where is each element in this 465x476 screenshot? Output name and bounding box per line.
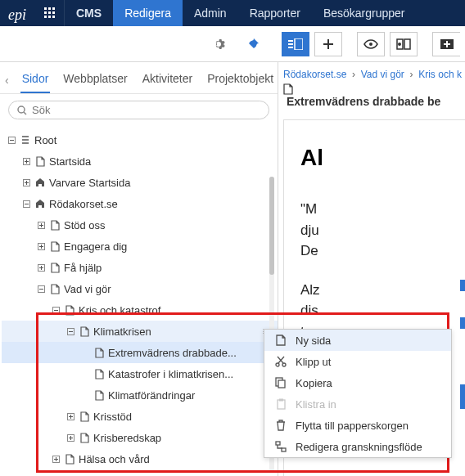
nav-rapporter[interactable]: Rapporter <box>238 0 312 26</box>
svg-rect-65 <box>276 442 280 445</box>
ctx-ny-sida[interactable]: Ny sida <box>264 330 451 351</box>
tree-row[interactable]: Rödakorset.se <box>2 193 278 214</box>
tree-row[interactable]: Startsida <box>2 150 278 172</box>
tree-row[interactable]: Varvare Startsida <box>2 172 278 193</box>
tree-scrollbar-thumb[interactable] <box>269 177 274 275</box>
tree-row[interactable]: Vad vi gör <box>2 278 278 299</box>
expand-icon[interactable] <box>36 241 46 251</box>
tree-row[interactable]: Stöd oss <box>2 214 278 236</box>
tab-webbplatser[interactable]: Webbplatser <box>61 67 129 93</box>
breadcrumb-link[interactable]: Vad vi gör <box>361 69 404 80</box>
tree-label: Klimatförändringar <box>108 389 195 402</box>
svg-rect-5 <box>52 11 55 14</box>
tree-label: Root <box>34 134 56 146</box>
nav-cms[interactable]: CMS <box>65 0 113 26</box>
nav-admin[interactable]: Admin <box>183 0 238 26</box>
tree-label: Klimatkrisen <box>93 326 151 338</box>
add-icon[interactable] <box>314 32 342 56</box>
expand-icon[interactable] <box>36 263 46 272</box>
context-menu: Ny sidaKlipp utKopieraKlistra inFlytta t… <box>264 329 452 458</box>
tree-label: Krisberedskap <box>93 432 161 444</box>
svg-rect-11 <box>288 47 293 48</box>
preview-icon[interactable] <box>357 32 385 56</box>
page-icon <box>93 348 105 358</box>
ctx-kopiera[interactable]: Kopiera <box>264 372 451 393</box>
tab-aktiviteter[interactable]: Aktiviteter <box>141 67 194 93</box>
svg-rect-6 <box>44 16 47 18</box>
doc-title-text: Extremvädrens drabbade be <box>287 95 440 108</box>
svg-rect-63 <box>278 400 285 409</box>
copy-icon <box>274 377 287 388</box>
svg-rect-7 <box>48 16 51 18</box>
tree-row[interactable]: Få hjälp <box>2 257 278 278</box>
ctx-klipp-ut[interactable]: Klipp ut <box>264 351 451 372</box>
tree-row[interactable]: Kris och katastrof <box>2 299 278 321</box>
ctx-label: Klistra in <box>296 398 336 411</box>
list-icon <box>20 135 31 145</box>
page-icon <box>64 454 75 465</box>
svg-rect-12 <box>295 38 303 50</box>
ctx-flytta-till-papperskorgen[interactable]: Flytta till papperskorgen <box>264 415 451 436</box>
breadcrumb-link[interactable]: Rödakorset.se <box>283 69 346 80</box>
collapse-icon[interactable] <box>7 135 16 145</box>
pin-icon[interactable] <box>239 32 267 56</box>
page-tree[interactable]: RootStartsidaVarvare StartsidaRödakorset… <box>0 126 278 476</box>
apps-grid-icon[interactable] <box>36 0 65 26</box>
expand-icon[interactable] <box>36 220 46 230</box>
page-icon <box>274 335 287 346</box>
svg-rect-8 <box>52 16 55 18</box>
edit-marker <box>460 384 465 409</box>
edit-marker <box>460 280 465 291</box>
tree-label: Rödakorset.se <box>49 198 118 210</box>
tree-row[interactable]: Katastrofer i klimatkrisen... <box>2 363 278 384</box>
top-nav: epi CMS Redigera Admin Rapporter Besökar… <box>0 0 465 26</box>
expand-icon[interactable] <box>21 156 31 166</box>
page-icon <box>34 156 46 167</box>
svg-point-57 <box>276 363 279 366</box>
svg-rect-9 <box>288 40 293 42</box>
tree-row[interactable]: Klimatkrisen≡ <box>2 321 278 342</box>
collapse-icon[interactable] <box>36 284 46 294</box>
tree-row[interactable]: Hälsa och vård <box>2 448 278 469</box>
tree-row[interactable]: Root <box>2 129 278 150</box>
tree-row[interactable]: Krisstöd <box>2 406 278 427</box>
trash-icon <box>274 420 287 431</box>
tree-row[interactable]: Krisberedskap <box>2 427 278 448</box>
tab-sidor[interactable]: Sidor <box>20 67 51 93</box>
expand-icon[interactable] <box>65 433 75 442</box>
chevron-left-icon[interactable]: ‹ <box>5 74 9 87</box>
expand-icon[interactable] <box>51 454 61 464</box>
tree-label: Katastrofer i klimatkrisen... <box>108 368 233 380</box>
breadcrumb-link[interactable]: Kris och k <box>418 69 462 80</box>
tree-toggle-icon[interactable] <box>282 32 309 56</box>
paste-icon <box>274 398 287 410</box>
page-icon <box>283 83 465 95</box>
tree-label: Vad vi gör <box>64 283 111 295</box>
add-block-icon[interactable] <box>432 32 460 56</box>
ctx-label: Klipp ut <box>296 356 331 368</box>
nav-besokargrupper[interactable]: Besökargrupper <box>312 0 417 26</box>
left-tabs: ‹ Sidor Webbplatser Aktiviteter Projekto… <box>0 62 278 94</box>
expand-icon[interactable] <box>65 411 75 421</box>
tree-row[interactable]: Engagera dig <box>2 236 278 257</box>
tree-row[interactable]: Klimatförändringar <box>2 384 278 406</box>
nav-redigera[interactable]: Redigera <box>113 0 183 26</box>
ctx-label: Flytta till papperskorgen <box>296 420 409 432</box>
ctx-label: Ny sida <box>296 335 331 347</box>
collapse-icon[interactable] <box>51 305 61 315</box>
search-box[interactable] <box>8 101 269 119</box>
search-input[interactable] <box>32 104 260 116</box>
expand-icon[interactable] <box>21 177 31 187</box>
settings-icon[interactable] <box>206 32 234 56</box>
svg-line-60 <box>278 357 283 363</box>
ctx-redigera-granskningsflöde[interactable]: Redigera granskningsflöde <box>264 436 451 457</box>
collapse-icon[interactable] <box>21 199 31 209</box>
svg-line-19 <box>24 112 26 115</box>
tree-row[interactable]: Extremvädrens drabbade... <box>2 342 278 363</box>
collapse-icon[interactable] <box>65 326 75 336</box>
svg-point-13 <box>369 43 372 46</box>
compare-icon[interactable] <box>390 32 418 56</box>
tab-projektobjekt[interactable]: Projektobjekt <box>205 67 275 93</box>
tree-label: Startsida <box>49 155 91 168</box>
svg-rect-15 <box>404 39 410 49</box>
